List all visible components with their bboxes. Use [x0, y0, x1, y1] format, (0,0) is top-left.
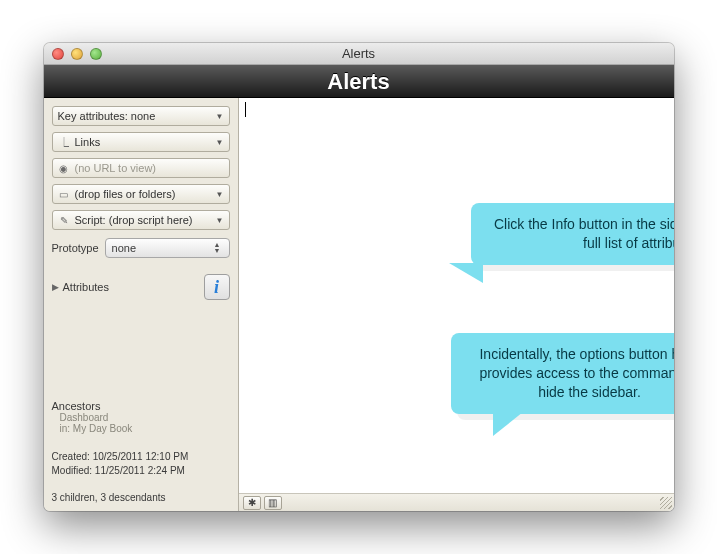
chevron-down-icon: ▼ — [216, 216, 224, 225]
file-icon: ▭ — [58, 188, 70, 200]
sidebar: Key attributes: none ▼ ⎿ Links ▼ ◉ (no U… — [44, 98, 239, 511]
links-dropdown[interactable]: ⎿ Links ▼ — [52, 132, 230, 152]
files-placeholder: (drop files or folders) — [75, 188, 176, 200]
prototype-select[interactable]: none ▲▼ — [105, 238, 230, 258]
disclosure-triangle-icon: ▶ — [52, 282, 59, 292]
traffic-lights — [52, 48, 102, 60]
stepper-icon: ▲▼ — [214, 241, 226, 255]
info-icon: i — [214, 277, 219, 298]
attributes-toggle[interactable]: ▶ Attributes — [52, 281, 109, 293]
titlebar[interactable]: Alerts — [44, 43, 674, 65]
attributes-label: Attributes — [63, 281, 109, 293]
callout-info: Click the Info button in the sidebar to … — [471, 203, 674, 265]
callout-options-text: Incidentally, the options button here pr… — [479, 346, 673, 400]
app-window: Alerts Alerts Key attributes: none ▼ ⎿ L… — [44, 43, 674, 511]
text-cursor — [245, 102, 246, 117]
ancestors-in: in: My Day Book — [60, 423, 230, 434]
zoom-button[interactable] — [90, 48, 102, 60]
main-area: Click the Info button in the sidebar to … — [239, 98, 674, 511]
ancestors-item[interactable]: Dashboard — [60, 412, 230, 423]
prototype-label: Prototype — [52, 242, 99, 254]
header-title: Alerts — [327, 69, 389, 94]
text-editor[interactable]: Click the Info button in the sidebar to … — [239, 98, 674, 493]
sidebar-spacer — [52, 306, 230, 394]
key-attributes-dropdown[interactable]: Key attributes: none ▼ — [52, 106, 230, 126]
prototype-row: Prototype none ▲▼ — [52, 238, 230, 258]
options-button[interactable]: ✱ — [243, 496, 261, 510]
chevron-down-icon: ▼ — [216, 190, 224, 199]
callout-options: Incidentally, the options button here pr… — [451, 333, 674, 414]
statusbar: ✱ ▥ — [239, 493, 674, 511]
script-dropdown[interactable]: ✎ Script: (drop script here) ▼ — [52, 210, 230, 230]
url-placeholder: (no URL to view) — [75, 162, 157, 174]
script-icon: ✎ — [58, 214, 70, 226]
globe-icon: ◉ — [58, 162, 70, 174]
links-icon: ⎿ — [58, 136, 70, 148]
chevron-down-icon: ▼ — [216, 138, 224, 147]
minimize-button[interactable] — [71, 48, 83, 60]
view-button[interactable]: ▥ — [264, 496, 282, 510]
files-dropdown[interactable]: ▭ (drop files or folders) ▼ — [52, 184, 230, 204]
url-field[interactable]: ◉ (no URL to view) — [52, 158, 230, 178]
body: Key attributes: none ▼ ⎿ Links ▼ ◉ (no U… — [44, 98, 674, 511]
gear-icon: ✱ — [248, 497, 256, 508]
callout-tail — [493, 412, 523, 436]
window-title: Alerts — [342, 46, 375, 61]
info-button[interactable]: i — [204, 274, 230, 300]
chevron-down-icon: ▼ — [216, 112, 224, 121]
key-attributes-label: Key attributes: none — [58, 110, 156, 122]
attributes-row: ▶ Attributes i — [52, 274, 230, 300]
created-text: Created: 10/25/2011 12:10 PM — [52, 450, 230, 464]
prototype-value: none — [112, 242, 136, 254]
script-placeholder: Script: (drop script here) — [75, 214, 193, 226]
links-label: Links — [75, 136, 101, 148]
modified-text: Modified: 11/25/2011 2:24 PM — [52, 464, 230, 478]
resize-handle[interactable] — [660, 497, 672, 509]
ancestors-section: Ancestors Dashboard in: My Day Book — [52, 400, 230, 434]
ancestors-heading: Ancestors — [52, 400, 230, 412]
meta-section: Created: 10/25/2011 12:10 PM Modified: 1… — [52, 450, 230, 478]
close-button[interactable] — [52, 48, 64, 60]
callout-tail — [449, 263, 483, 283]
display-icon: ▥ — [268, 497, 277, 508]
header-bar: Alerts — [44, 65, 674, 98]
callout-info-text: Click the Info button in the sidebar to … — [494, 216, 674, 251]
counts-text: 3 children, 3 descendants — [52, 492, 230, 503]
